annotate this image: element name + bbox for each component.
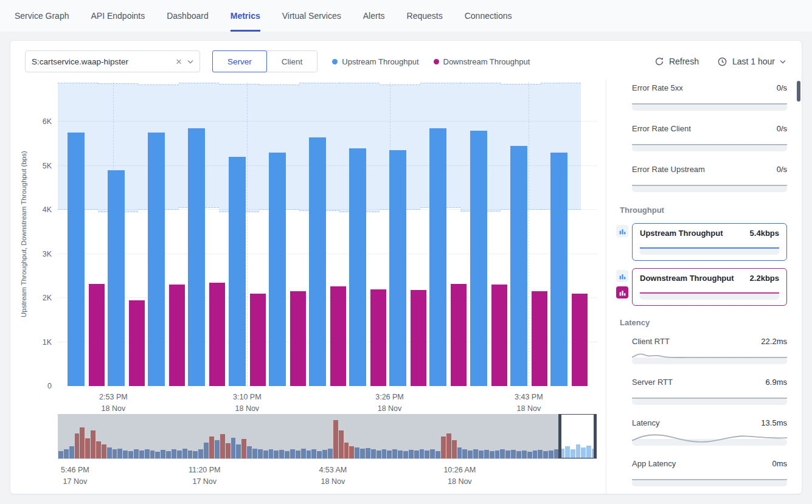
downstream-bar[interactable] (89, 284, 105, 386)
downstream-bar[interactable] (572, 294, 588, 386)
refresh-button[interactable]: Refresh (654, 57, 699, 66)
chart-type-icons (616, 268, 628, 299)
metric-row[interactable]: Client RTT22.2ms (632, 337, 787, 364)
metric-label: Server RTT (632, 378, 673, 387)
legend-label-downstream: Downstream Throughput (443, 57, 530, 66)
toolbar: S:cartservice.waap-hipster × Server Clie… (10, 41, 802, 80)
downstream-bar[interactable] (370, 289, 386, 386)
upstream-bar[interactable] (188, 128, 205, 386)
chevron-down-icon[interactable] (187, 60, 193, 64)
refresh-icon (654, 57, 664, 66)
nav-item-api-endpoints[interactable]: API Endpoints (91, 0, 145, 32)
bar-group (510, 146, 547, 386)
metric-label: Error Rate Client (632, 124, 691, 133)
nav-item-virtual-services[interactable]: Virtual Services (282, 0, 341, 32)
upstream-bar[interactable] (309, 137, 326, 386)
metric-row[interactable]: App Latency0ms (632, 459, 787, 486)
downstream-bar[interactable] (290, 291, 306, 386)
brush-selection (560, 414, 597, 458)
clear-icon[interactable]: × (176, 57, 182, 67)
legend-dot-upstream (332, 59, 338, 64)
metric-row[interactable]: Latency13.5ms (632, 418, 787, 446)
sparkline (640, 240, 779, 255)
chart-legend: Upstream Throughput Downstream Throughpu… (332, 57, 530, 66)
page: { "nav": { "items": [ {"label": "Service… (0, 0, 812, 504)
time-brush[interactable] (58, 414, 597, 459)
upstream-bar[interactable] (470, 131, 487, 386)
metric-row[interactable]: Error Rate Client0/s (632, 124, 787, 151)
nav-item-requests[interactable]: Requests (407, 0, 443, 32)
nav-item-connections[interactable]: Connections (465, 0, 512, 32)
nav-item-metrics[interactable]: Metrics (231, 0, 260, 32)
downstream-bar[interactable] (330, 286, 346, 386)
bar-chart-icon[interactable] (616, 225, 628, 237)
nav-item-service-graph[interactable]: Service Graph (15, 0, 69, 32)
metric-card[interactable]: Upstream Throughput5.4kbps (632, 223, 787, 261)
downstream-bar[interactable] (209, 283, 225, 386)
upstream-bar[interactable] (68, 133, 85, 386)
server-toggle-button[interactable]: Server (212, 50, 267, 72)
upstream-bar[interactable] (429, 128, 446, 386)
upstream-bar[interactable] (389, 150, 406, 386)
brush-handle-right[interactable] (594, 414, 597, 458)
client-toggle-button[interactable]: Client (266, 50, 318, 72)
x-axis-tick-label: 3:26 PM18 Nov (375, 386, 404, 415)
service-select-value: S:cartservice.waap-hipster (32, 57, 176, 66)
upstream-bar[interactable] (269, 153, 286, 386)
bar-chart-icon[interactable] (616, 270, 628, 282)
metric-value: 0/s (777, 124, 787, 133)
brush-tick-label: 4:53 AM18 Nov (319, 459, 347, 488)
downstream-bar[interactable] (411, 290, 426, 386)
metric-label: Error Rate Upstream (632, 165, 705, 174)
x-axis-tick-label: 3:10 PM18 Nov (233, 386, 262, 415)
bar-group (108, 170, 145, 386)
bar-groups (58, 82, 597, 386)
bar-chart-glyph (619, 272, 626, 280)
upstream-bar[interactable] (148, 133, 165, 386)
y-axis-tick-label: 0 (47, 382, 52, 390)
time-range-selector[interactable]: Last 1 hour (717, 57, 786, 67)
metric-row[interactable]: Server RTT6.9ms (632, 378, 787, 405)
downstream-bar[interactable] (491, 285, 507, 386)
content-area: Upstream Throughput, Downstream Throughp… (10, 80, 802, 494)
upstream-bar[interactable] (229, 157, 246, 386)
y-axis-tick-label: 6K (43, 117, 52, 126)
metric-label: Upstream Throughput (640, 229, 723, 238)
downstream-bar[interactable] (451, 284, 467, 386)
x-axis-tick-label: 3:43 PM18 Nov (515, 386, 543, 415)
upstream-bar[interactable] (349, 148, 366, 386)
downstream-bar[interactable] (129, 300, 145, 386)
y-axis-tick-label: 5K (43, 162, 52, 170)
upstream-bar[interactable] (510, 146, 527, 386)
metric-card[interactable]: Downstream Throughput2.2kbps (632, 268, 787, 306)
x-axis-tick-label: 2:53 PM18 Nov (99, 386, 128, 415)
metric-row[interactable]: Error Rate 5xx0/s (632, 83, 787, 111)
throughput-bar-chart[interactable] (58, 82, 597, 386)
scrollbar-thumb[interactable] (797, 81, 800, 102)
nav-item-alerts[interactable]: Alerts (363, 0, 385, 32)
sparkline (632, 137, 787, 151)
legend-item-upstream[interactable]: Upstream Throughput (332, 57, 418, 66)
bar-group (229, 157, 266, 386)
metric-row[interactable]: Error Rate Upstream0/s (632, 165, 787, 192)
brush-handle-left[interactable] (558, 414, 561, 458)
bar-group (429, 128, 467, 386)
nav-item-dashboard[interactable]: Dashboard (167, 0, 209, 32)
sparkline (632, 472, 787, 486)
brush-tick-label: 11:20 PM17 Nov (189, 459, 221, 488)
legend-label-upstream: Upstream Throughput (342, 57, 418, 66)
upstream-bar[interactable] (550, 153, 567, 386)
sparkline (632, 390, 787, 405)
upstream-bar[interactable] (108, 170, 125, 386)
metrics-list: Error Rate 5xx0/sError Rate Client0/sErr… (616, 83, 797, 494)
bar-chart-icon[interactable] (616, 286, 628, 299)
legend-item-downstream[interactable]: Downstream Throughput (434, 57, 530, 66)
downstream-bar[interactable] (532, 291, 547, 386)
service-select[interactable]: S:cartservice.waap-hipster × (25, 50, 200, 72)
sparkline (640, 285, 779, 300)
bar-group (309, 137, 346, 386)
metric-card-row: Upstream Throughput5.4kbps (616, 223, 787, 261)
y-axis-label: Upstream Throughput, Downstream Throughp… (16, 82, 31, 386)
downstream-bar[interactable] (250, 294, 266, 386)
downstream-bar[interactable] (169, 285, 185, 386)
